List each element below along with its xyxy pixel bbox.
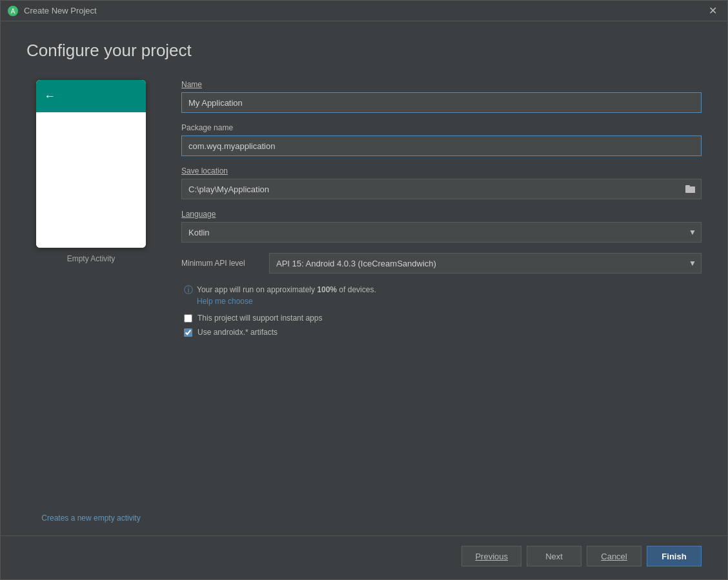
svg-rect-3 bbox=[685, 185, 690, 188]
save-location-field-group: Save location bbox=[181, 166, 702, 199]
left-panel: ← Empty Activity Creates a new empty act… bbox=[26, 80, 156, 523]
content-area: ← Empty Activity Creates a new empty act… bbox=[26, 80, 702, 523]
api-level-row: Minimum API level API 15: Android 4.0.3 … bbox=[181, 253, 702, 274]
package-name-input[interactable] bbox=[181, 135, 702, 156]
phone-preview: ← bbox=[36, 80, 146, 248]
title-bar-left: A Create New Project bbox=[7, 5, 97, 17]
package-name-field-group: Package name bbox=[181, 123, 702, 156]
dialog-title: Create New Project bbox=[24, 6, 97, 15]
next-button[interactable]: Next bbox=[527, 546, 581, 566]
svg-text:A: A bbox=[11, 8, 15, 15]
dialog-body: Configure your project ← Empty Activity … bbox=[1, 21, 727, 535]
instant-apps-checkbox-row: This project will support instant apps bbox=[181, 314, 702, 323]
device-coverage-info: ⓘ Your app will run on approximately 100… bbox=[181, 284, 702, 306]
info-text-suffix: of devices. bbox=[337, 285, 376, 294]
instant-apps-checkbox[interactable] bbox=[184, 314, 192, 323]
phone-header: ← bbox=[36, 80, 146, 112]
browse-folder-button[interactable] bbox=[680, 179, 702, 199]
creates-label: Creates a new empty activity bbox=[41, 501, 140, 523]
language-label: Language bbox=[181, 210, 702, 219]
title-bar: A Create New Project ✕ bbox=[1, 1, 727, 21]
folder-icon bbox=[685, 185, 696, 194]
previous-button[interactable]: Previous bbox=[461, 546, 521, 566]
back-arrow-icon: ← bbox=[44, 90, 56, 103]
name-input[interactable] bbox=[181, 92, 702, 113]
close-button[interactable]: ✕ bbox=[705, 5, 721, 17]
activity-label: Empty Activity bbox=[67, 254, 116, 263]
min-api-select[interactable]: API 15: Android 4.0.3 (IceCreamSandwich)… bbox=[269, 253, 702, 274]
save-location-label: Save location bbox=[181, 166, 702, 175]
language-select-wrapper: Kotlin Java ▼ bbox=[181, 222, 702, 243]
right-panel: Name Package name Save location bbox=[181, 80, 702, 523]
language-select[interactable]: Kotlin Java bbox=[181, 222, 702, 243]
save-location-input-wrapper bbox=[181, 179, 702, 199]
info-icon: ⓘ bbox=[184, 285, 193, 296]
create-project-dialog: A Create New Project ✕ Configure your pr… bbox=[0, 0, 728, 580]
name-label: Name bbox=[181, 80, 702, 89]
language-field-group: Language Kotlin Java ▼ bbox=[181, 210, 702, 243]
dialog-footer: Previous Next Cancel Finish bbox=[1, 535, 727, 579]
package-name-label: Package name bbox=[181, 123, 702, 132]
phone-body bbox=[36, 112, 146, 248]
cancel-button[interactable]: Cancel bbox=[587, 546, 642, 566]
api-select-wrapper: API 15: Android 4.0.3 (IceCreamSandwich)… bbox=[269, 253, 702, 274]
androidx-checkbox-row: Use androidx.* artifacts bbox=[181, 328, 702, 337]
android-icon: A bbox=[7, 5, 19, 17]
info-text-percentage: 100% bbox=[317, 285, 337, 294]
help-me-choose-link[interactable]: Help me choose bbox=[197, 297, 376, 306]
instant-apps-label: This project will support instant apps bbox=[197, 314, 322, 323]
info-content: Your app will run on approximately 100% … bbox=[197, 284, 376, 306]
androidx-label: Use androidx.* artifacts bbox=[197, 328, 278, 337]
page-title: Configure your project bbox=[26, 41, 702, 61]
info-text-prefix: Your app will run on approximately bbox=[197, 285, 317, 294]
finish-button[interactable]: Finish bbox=[647, 546, 702, 566]
name-field-group: Name bbox=[181, 80, 702, 113]
save-location-input[interactable] bbox=[181, 179, 680, 199]
androidx-checkbox[interactable] bbox=[184, 328, 192, 337]
min-api-label: Minimum API level bbox=[181, 259, 259, 268]
